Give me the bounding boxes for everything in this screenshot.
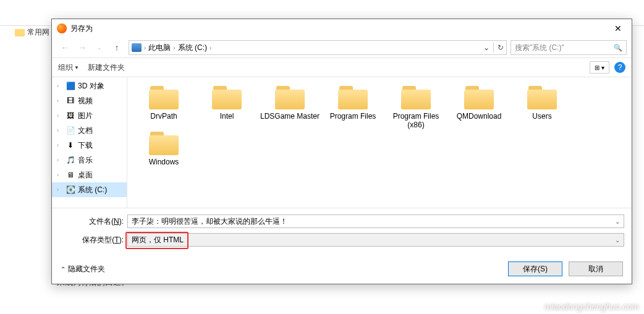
folder-icon	[15, 29, 25, 36]
folder-icon	[210, 83, 244, 111]
tree-item-icon: 🖼	[66, 111, 75, 121]
divider	[493, 43, 494, 53]
tree-item[interactable]: ›🖼图片	[52, 108, 127, 123]
view-options-button[interactable]: ⊞ ▾	[590, 61, 609, 74]
background-tab-label: 常用网	[27, 27, 49, 38]
breadcrumb-drive[interactable]: 系统 (C:)	[178, 43, 207, 53]
folder-item[interactable]: QMDownload	[447, 83, 511, 129]
tree-item-label: 文档	[78, 125, 93, 136]
tree-item-label: 图片	[78, 111, 93, 121]
nav-back-button[interactable]: ←	[57, 40, 73, 55]
organize-menu[interactable]: 组织▼	[58, 62, 79, 73]
tree-item-icon: 🎞	[66, 96, 75, 106]
folder-icon	[525, 83, 559, 111]
chevron-right-icon: ›	[57, 127, 63, 134]
chevron-right-icon: ›	[57, 112, 63, 119]
folder-icon	[146, 83, 181, 111]
tree-item-label: 3D 对象	[78, 81, 104, 91]
folder-icon	[399, 83, 433, 111]
tree-item-label: 桌面	[78, 170, 93, 180]
breadcrumb-root[interactable]: 此电脑	[148, 43, 171, 53]
filetype-value: 网页，仅 HTML	[132, 235, 184, 245]
new-folder-button[interactable]: 新建文件夹	[88, 62, 125, 73]
tree-item[interactable]: ›📄文档	[52, 123, 127, 138]
tree-item-label: 音乐	[78, 155, 93, 166]
folder-item[interactable]: Users	[511, 83, 574, 129]
filetype-select[interactable]: 网页，仅 HTML ⌄	[127, 233, 624, 247]
chevron-right-icon: ›	[144, 45, 146, 51]
chevron-right-icon: ›	[57, 157, 63, 163]
tree-item[interactable]: ›🟦3D 对象	[52, 78, 127, 93]
chevron-right-icon: ›	[173, 45, 175, 51]
chevron-right-icon: ›	[57, 142, 63, 148]
filename-value: 李子柒：明明很苦逼，却被大家说的那么牛逼！	[132, 216, 287, 227]
folder-icon	[336, 83, 370, 111]
tree-item-icon: ⬇	[66, 140, 75, 150]
folder-label: LDSGame Master	[260, 112, 320, 121]
folder-item[interactable]: Program Files (x86)	[384, 83, 447, 129]
save-button[interactable]: 保存(S)	[508, 261, 562, 276]
folder-item[interactable]: Program Files	[321, 83, 384, 129]
chevron-down-icon[interactable]: ⌄	[615, 218, 620, 225]
tree-item-label: 系统 (C:)	[78, 185, 107, 195]
search-input[interactable]: 搜索"系统 (C:)" 🔍	[511, 40, 627, 55]
save-as-dialog: 另存为 ✕ ← → ⌄ ↑ › 此电脑 › 系统 (C:) › ⌄ ↻ 搜索"系…	[51, 19, 632, 284]
tree-item-label: 下载	[78, 140, 93, 151]
toolbar: 组织▼ 新建文件夹 ⊞ ▾ ?	[52, 57, 632, 77]
filename-input[interactable]: 李子柒：明明很苦逼，却被大家说的那么牛逼！ ⌄	[127, 214, 624, 228]
folder-item[interactable]: Intel	[195, 83, 258, 129]
folder-icon	[273, 83, 307, 111]
cancel-button[interactable]: 取消	[569, 261, 623, 276]
tree-item[interactable]: ›⬇下载	[52, 138, 127, 153]
close-button[interactable]: ✕	[609, 23, 627, 33]
tree-item-icon: 💽	[66, 185, 75, 195]
breadcrumb-dropdown[interactable]: ⌄	[483, 43, 489, 52]
folder-label: Program Files (x86)	[384, 112, 447, 129]
chevron-right-icon: ›	[210, 45, 211, 51]
folder-list[interactable]: DrvPathIntelLDSGame MasterProgram FilesP…	[127, 77, 632, 208]
tree-item[interactable]: ›💽系统 (C:)	[52, 182, 127, 197]
filename-label: 文件名(N):	[59, 216, 127, 227]
dialog-title: 另存为	[70, 23, 609, 34]
folder-label: Windows	[149, 158, 179, 166]
tree-item-icon: 📄	[66, 125, 75, 135]
breadcrumb[interactable]: › 此电脑 › 系统 (C:) › ⌄ ↻	[129, 40, 507, 55]
hide-folders-toggle[interactable]: ⌃ 隐藏文件夹	[61, 264, 105, 274]
folder-icon	[462, 83, 496, 111]
fields-area: 文件名(N): 李子柒：明明很苦逼，却被大家说的那么牛逼！ ⌄ 保存类型(T):…	[52, 208, 632, 255]
chevron-right-icon: ›	[57, 172, 63, 178]
folder-label: DrvPath	[150, 112, 177, 121]
tree-item[interactable]: ›🎞视频	[52, 93, 127, 108]
search-icon: 🔍	[614, 44, 622, 52]
tree-item[interactable]: ›🖥桌面	[52, 168, 127, 182]
chevron-down-icon[interactable]: ⌄	[615, 237, 620, 244]
tree-item-icon: 🖥	[66, 170, 75, 180]
folder-item[interactable]: Windows	[132, 129, 195, 166]
folder-label: Program Files	[330, 112, 376, 121]
tree-item-icon: 🟦	[66, 81, 75, 91]
filetype-label: 保存类型(T):	[59, 235, 127, 245]
nav-history-button[interactable]: ⌄	[91, 40, 108, 55]
tree-item-icon: 🎵	[66, 155, 75, 165]
folder-icon	[146, 129, 181, 156]
folder-item[interactable]: DrvPath	[132, 83, 195, 129]
nav-forward-button[interactable]: →	[74, 40, 90, 55]
chevron-right-icon: ›	[57, 83, 63, 89]
folder-label: Users	[532, 112, 551, 121]
titlebar: 另存为 ✕	[52, 19, 632, 38]
tree-item[interactable]: ›🎵音乐	[52, 153, 127, 168]
folder-item[interactable]: LDSGame Master	[258, 83, 321, 129]
help-button[interactable]: ?	[614, 62, 625, 73]
drive-icon	[132, 43, 142, 52]
background-tab: 常用网	[12, 25, 52, 40]
dialog-footer: ⌃ 隐藏文件夹 保存(S) 取消	[52, 255, 632, 284]
nav-tree: ›🟦3D 对象›🎞视频›🖼图片›📄文档›⬇下载›🎵音乐›🖥桌面›💽系统 (C:)	[52, 77, 127, 208]
chevron-right-icon: ›	[57, 98, 63, 104]
firefox-icon	[57, 23, 67, 33]
nav-up-button[interactable]: ↑	[109, 40, 125, 55]
refresh-icon[interactable]: ↻	[498, 43, 504, 52]
chevron-up-icon: ⌃	[61, 266, 66, 273]
watermark: miaodongshenghuo.com	[544, 302, 639, 312]
tree-item-label: 视频	[78, 96, 93, 106]
search-placeholder: 搜索"系统 (C:)"	[515, 43, 564, 53]
